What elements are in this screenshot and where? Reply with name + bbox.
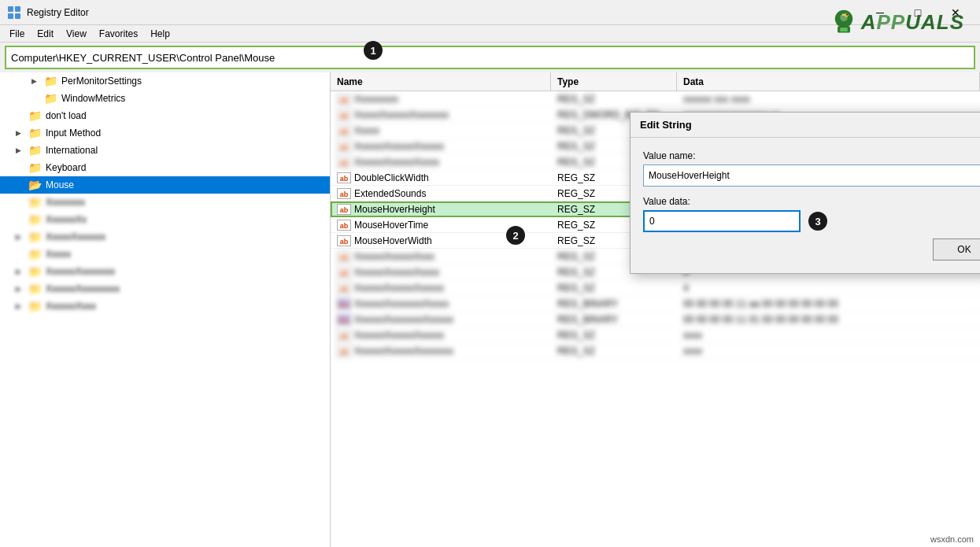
menu-file[interactable]: File [3,27,31,41]
value-name: ab ExtendedSounds [331,187,551,201]
reg-ab-icon: ab [337,94,351,105]
value-data: 00 00 00 00 11 aa 00 00 00 00 00 00 [677,297,980,311]
value-name: ab XxxxxxXxxxxxXxxxxxxx [331,344,551,358]
value-name: ab MouseHoverHeight [331,202,551,216]
value-data: 4 [677,281,980,295]
tree-label: Input Method [46,128,101,139]
value-data: 00 00 00 00 11 01 00 00 00 00 00 00 [677,312,980,327]
tree-arrow: ▶ [16,285,28,293]
tree-label: XxxxxxXxxxxxxxx [46,283,120,294]
tree-item-blur3[interactable]: ▶ 📁 XxxxxXxxxxxx [0,228,330,246]
value-name-input[interactable] [643,164,980,187]
value-row[interactable]: bin XxxxxxXxxxxxxxXxxxxx REG_BINARY 00 0… [331,312,980,327]
address-path: Computer\HKEY_CURRENT_USER\Control Panel… [11,52,275,64]
tree-item-blur2[interactable]: 📁 XxxxxxXx [0,211,330,228]
badge-2: 2 [506,226,525,245]
svg-rect-2 [8,13,13,19]
tree-label: Xxxxx [46,249,71,260]
value-data: xxxx [677,344,980,358]
tree-item-blur4[interactable]: 📁 Xxxxx [0,246,330,263]
appuals-text: APPUALS [861,10,964,35]
value-name: ab XxxxxxXxxxxxXxxx [331,249,551,264]
value-data: xxxx [677,328,980,342]
value-name: ab XxxxxxXxxxxxXxxxxx [331,139,551,153]
value-name: ab XxxxxxXxxxxxXxxxx [331,155,551,169]
reg-ab-icon: ab [337,283,351,294]
tree-label: WindowMetrics [61,93,125,104]
wsxdn-watermark: wsxdn.com [930,534,974,544]
folder-icon: 📁 [28,300,43,312]
value-data-label: Value data: [643,196,980,207]
ok-button[interactable]: OK [933,238,980,261]
folder-icon: 📁 [28,196,43,209]
value-name-label: Value name: [643,150,980,161]
value-row[interactable]: ab XxxxxxXxxxxxXxxxxxxx REG_SZ xxxx [331,343,980,359]
reg-ab-icon: ab [337,188,351,199]
tree-item-blur6[interactable]: ▶ 📁 XxxxxxXxxxxxxxx [0,280,330,298]
svg-point-8 [846,13,848,15]
tree-label: Mouse [46,179,74,190]
reg-ab-icon: ab [337,172,351,183]
value-type: REG_SZ [551,92,677,106]
menu-help[interactable]: Help [144,27,176,41]
tree-item-windowmetrics[interactable]: 📁 WindowMetrics [0,90,330,107]
reg-ab-icon: ab [337,267,351,278]
reg-bin-icon: bin [337,298,351,309]
tree-item-blur7[interactable]: ▶ 📁 XxxxxxXxxx [0,298,330,315]
tree-label: International [46,145,98,156]
dialog-buttons: OK Cancel [643,238,980,261]
reg-ab-icon: ab [337,330,351,341]
tree-item-international[interactable]: ▶ 📁 International [0,142,330,159]
menu-favorites[interactable]: Favorites [93,27,144,41]
value-row[interactable]: ab Xxxxxxxxx REG_SZ xxxxxx xxx xxxx [331,91,980,107]
reg-ab-icon: ab [337,235,351,246]
badge-3: 3 [808,212,827,231]
folder-icon: 📁 [28,231,43,243]
address-bar[interactable]: Computer\HKEY_CURRENT_USER\Control Panel… [5,46,975,69]
reg-ab-icon: ab [337,251,351,262]
value-row[interactable]: ab XxxxxxXxxxxxXxxxxx REG_SZ xxxx [331,327,980,343]
values-panel: Name Type Data ab Xxxxxxxxx REG_SZ xxxxx… [331,72,980,547]
value-type: REG_SZ [551,344,677,358]
value-type: REG_BINARY [551,312,677,327]
value-data-input[interactable] [643,210,801,232]
value-name: ab Xxxxxxxxx [331,92,551,106]
dialog-title: Edit String [640,119,980,131]
folder-icon: 📁 [28,144,43,157]
tree-label: XxxxxxXx [46,214,87,225]
tree-item-blur1[interactable]: 📁 Xxxxxxxx [0,194,330,211]
appuals-logo [828,6,860,38]
tree-item-mouse[interactable]: 📂 Mouse [0,176,330,194]
tree-item-permonitorsettings[interactable]: ▶ 📁 PerMonitorSettings [0,72,330,90]
tree-label: XxxxxXxxxxxx [46,231,105,242]
menu-view[interactable]: View [60,27,93,41]
tree-item-dont-load[interactable]: 📁 don't load [0,107,330,124]
svg-rect-1 [15,6,20,12]
tree-scroll[interactable]: ▶ 📁 PerMonitorSettings 📁 WindowMetrics 📁… [0,72,330,547]
badge-1: 1 [364,41,383,60]
reg-ab-icon: ab [337,346,351,357]
value-name: ab DoubleClickWidth [331,171,551,185]
tree-arrow: ▶ [16,146,28,154]
menu-edit[interactable]: Edit [31,27,60,41]
app-icon [6,5,22,20]
tree-arrow: ▶ [16,233,28,241]
reg-ab-icon: ab [337,141,351,152]
tree-item-blur5[interactable]: ▶ 📁 XxxxxxXxxxxxxx [0,263,330,280]
value-name: ab XxxxxxXxxxxxXxxxxx [331,328,551,342]
value-row[interactable]: bin XxxxxxXxxxxxxxXxxxx REG_BINARY 00 00… [331,296,980,312]
tree-label: Xxxxxxxx [46,197,85,208]
app-title: Registry Editor [27,7,89,18]
col-header-type: Type [551,72,677,91]
value-name: ab XxxxxXxxxxxXxxxxxxx [331,108,551,122]
reg-ab-icon: ab [337,204,351,215]
value-row[interactable]: ab XxxxxxXxxxxxXxxxxx REG_SZ 4 [331,280,980,296]
edit-string-dialog: Edit String ✕ Value name: Value data: 3 … [630,112,980,274]
value-type: REG_SZ [551,328,677,342]
svg-rect-3 [15,13,20,19]
tree-item-keyboard[interactable]: 📁 Keyboard [0,159,330,176]
tree-item-input-method[interactable]: ▶ 📁 Input Method [0,124,330,142]
tree-label: XxxxxxXxxx [46,301,96,312]
folder-icon: 📂 [28,179,43,191]
folder-icon: 📁 [28,127,43,139]
